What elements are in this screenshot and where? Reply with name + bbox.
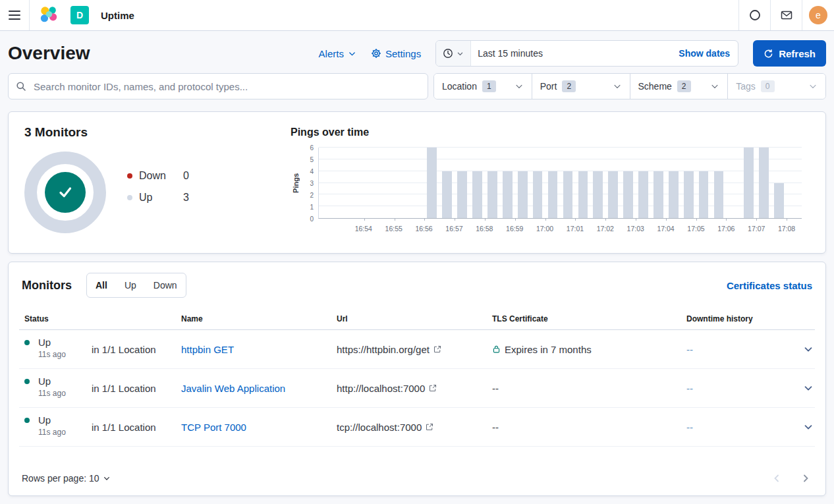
status-cell: Up11s ago: [19, 330, 86, 368]
ping-count-bar: [548, 171, 558, 218]
elastic-home-button[interactable]: [30, 5, 64, 25]
filter-scheme-button[interactable]: Scheme2: [630, 74, 728, 99]
column-header-downtime: Downtime history: [681, 314, 794, 323]
x-axis-tick-label: 17:05: [687, 225, 704, 233]
chevron-down-icon: [710, 82, 719, 91]
refresh-icon: [764, 49, 773, 59]
monitor-url-link[interactable]: http://localhost:7000: [331, 383, 487, 394]
pings-bar-chart: [318, 148, 802, 219]
monitor-name-link[interactable]: TCP Port 7000: [181, 422, 246, 433]
chart-gridline: [319, 147, 802, 148]
legend-label: Up: [139, 192, 183, 204]
status-text: Up: [38, 414, 66, 426]
monitors-title: Monitors: [22, 279, 72, 293]
chevron-down-icon: [803, 344, 814, 354]
chevron-down-icon: [808, 82, 818, 91]
settings-button[interactable]: Settings: [371, 48, 421, 59]
space-badge[interactable]: D: [70, 6, 89, 24]
menu-button[interactable]: [0, 0, 30, 30]
expand-row-button[interactable]: [802, 420, 815, 434]
status-text: Up: [38, 376, 66, 387]
monitor-url-link[interactable]: tcp://localhost:7000: [331, 422, 487, 433]
chart-gridline: [319, 159, 802, 159]
tab-up[interactable]: Up: [116, 273, 145, 297]
external-link-icon: [429, 384, 437, 392]
y-axis: 0123456: [301, 148, 318, 219]
table-header-row: Status Name Url TLS Certificate Downtime…: [19, 308, 815, 330]
snapshot-panel: 3 Monitors Down0Up3 Pings over time Ping…: [8, 111, 826, 254]
quick-select-time-button[interactable]: [436, 41, 471, 66]
user-menu-button[interactable]: e: [802, 0, 834, 30]
date-picker: Last 15 minutes Show dates: [435, 40, 738, 67]
ping-count-bar: [593, 171, 603, 218]
monitor-name-link[interactable]: httpbin GET: [181, 344, 234, 355]
next-page-button[interactable]: [800, 473, 811, 484]
time-range-value[interactable]: Last 15 minutes: [471, 48, 671, 59]
app-title: Uptime: [101, 10, 134, 21]
up-status-dot: [24, 340, 30, 345]
settings-label: Settings: [385, 48, 421, 59]
filter-group: Location1Port2Scheme2Tags0: [433, 73, 826, 99]
top-navigation-bar: D Uptime e: [0, 0, 834, 31]
tls-certificate-cell: --: [487, 383, 681, 394]
search-icon: [16, 81, 26, 92]
search-input[interactable]: [8, 73, 428, 99]
alerts-dropdown-button[interactable]: Alerts: [319, 48, 356, 59]
tab-down[interactable]: Down: [145, 273, 186, 297]
x-axis-tick-label: 16:58: [476, 225, 493, 233]
chevron-down-icon: [613, 82, 622, 91]
ping-count-bar: [774, 183, 784, 219]
chevron-down-icon: [803, 422, 814, 432]
ping-count-bar: [563, 171, 573, 218]
x-axis-tick-label: 17:04: [657, 225, 674, 233]
downtime-history-cell: --: [681, 383, 794, 394]
last-check-time: 11s ago: [38, 428, 66, 437]
ping-count-bar: [518, 171, 528, 218]
filter-count-badge: 2: [677, 80, 691, 92]
x-axis-tick-label: 16:59: [506, 225, 523, 233]
legend-label: Down: [139, 170, 183, 182]
filter-label: Tags: [736, 81, 756, 92]
y-axis-tick-label: 6: [310, 144, 314, 152]
up-status-dot: [24, 379, 30, 384]
newsfeed-button[interactable]: [771, 0, 802, 30]
ping-count-bar: [669, 171, 679, 218]
page-header: Overview Alerts Settings Last 15 minutes…: [0, 31, 834, 73]
expand-row-button[interactable]: [802, 343, 815, 356]
refresh-label: Refresh: [779, 48, 816, 59]
chart-gridline: [319, 171, 802, 171]
legend-dot: [127, 195, 132, 200]
x-axis-tick-label: 16:54: [355, 225, 372, 233]
ping-count-bar: [533, 171, 543, 218]
filter-location-button[interactable]: Location1: [434, 74, 532, 99]
gear-icon: [371, 48, 381, 59]
previous-page-button[interactable]: [771, 473, 782, 484]
certificates-status-link[interactable]: Certificates status: [724, 280, 815, 291]
show-dates-button[interactable]: Show dates: [671, 48, 738, 59]
mail-icon: [781, 9, 792, 21]
monitor-url-link[interactable]: https://httpbin.org/get: [331, 344, 487, 355]
ping-count-bar: [638, 171, 648, 218]
last-check-time: 11s ago: [38, 350, 66, 359]
help-button[interactable]: [739, 0, 770, 30]
chevron-down-icon: [803, 383, 814, 393]
ping-count-bar: [699, 171, 709, 218]
monitor-name-link[interactable]: Javalin Web Application: [181, 383, 285, 394]
filter-port-button[interactable]: Port2: [532, 74, 630, 99]
refresh-button[interactable]: Refresh: [753, 40, 826, 67]
pagination: [771, 473, 811, 484]
external-link-icon: [433, 345, 441, 353]
x-axis: 16:5416:5516:5616:5716:5816:5917:0017:01…: [318, 219, 802, 236]
rows-per-page-button[interactable]: Rows per page: 10: [22, 473, 111, 484]
expand-row-button[interactable]: [802, 381, 815, 395]
tab-all[interactable]: All: [87, 273, 116, 297]
status-donut-chart: [24, 152, 106, 233]
filter-tags-button[interactable]: Tags0: [727, 74, 825, 99]
chevron-left-icon: [771, 473, 782, 484]
status-text: Up: [38, 337, 66, 348]
help-icon: [749, 9, 761, 21]
x-axis-tick-label: 17:03: [627, 225, 644, 233]
filter-count-badge: 2: [562, 80, 576, 92]
monitor-row: Up11s agoin 1/1 LocationJavalin Web Appl…: [19, 369, 815, 408]
y-axis-tick-label: 5: [310, 156, 314, 163]
